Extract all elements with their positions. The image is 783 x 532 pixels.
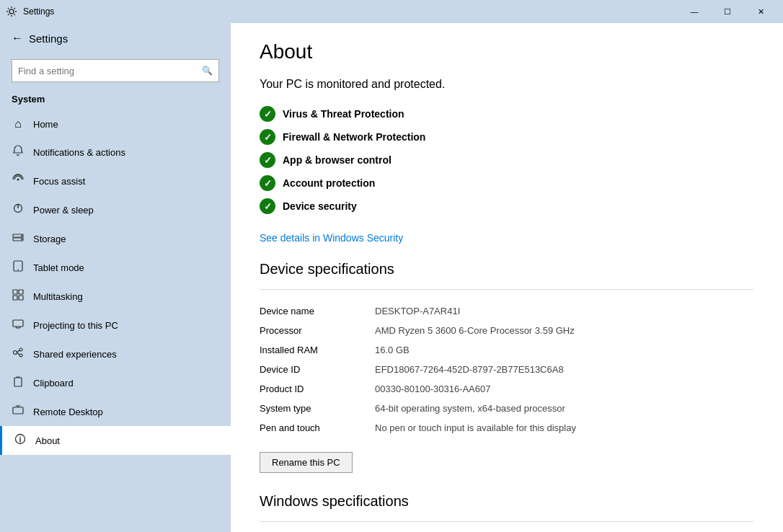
svg-rect-13 (13, 320, 23, 327)
home-icon: ⌂ (12, 118, 25, 130)
sidebar-item-projecting[interactable]: Projecting to this PC (0, 311, 231, 340)
spec-row: Device ID EFD18067-7264-452D-8797-2B77E5… (260, 360, 754, 379)
multitasking-icon (12, 289, 25, 303)
spec-row: Device name DESKTOP-A7AR41I (260, 301, 754, 321)
device-spec-heading: Device specifications (260, 261, 754, 278)
svg-point-20 (19, 436, 21, 438)
page-title: About (260, 40, 754, 63)
app-body: ← Settings 🔍 System ⌂ Home Notifications… (0, 23, 783, 532)
sidebar-item-label: Multitasking (33, 291, 83, 302)
clipboard-icon (12, 376, 25, 390)
spec-value-5: 64-bit operating system, x64-based proce… (375, 399, 754, 418)
sidebar-item-clipboard[interactable]: Clipboard (0, 368, 231, 397)
sidebar-item-notifications[interactable]: Notifications & actions (0, 138, 231, 167)
windows-spec-heading: Windows specifications (260, 493, 754, 510)
protection-item: App & browser control (260, 148, 754, 172)
sidebar-item-label: Remote Desktop (33, 407, 103, 417)
sidebar-item-remote[interactable]: Remote Desktop (0, 397, 231, 426)
spec-row: Processor AMD Ryzen 5 3600 6-Core Proces… (260, 321, 754, 340)
sidebar-item-label: Focus assist (33, 176, 85, 187)
svg-point-0 (9, 9, 14, 14)
svg-point-1 (17, 179, 19, 181)
divider-1 (260, 289, 754, 290)
spec-label-2: Installed RAM (260, 340, 375, 360)
sidebar-item-label: Home (33, 119, 58, 130)
close-button[interactable]: ✕ (744, 0, 777, 23)
svg-rect-9 (13, 290, 17, 294)
sidebar-item-label: About (35, 435, 60, 446)
protection-item: Firewall & Network Protection (260, 125, 754, 148)
spec-value-1: AMD Ryzen 5 3600 6-Core Processor 3.59 G… (375, 321, 754, 340)
divider-2 (260, 521, 754, 522)
protection-list: Virus & Threat Protection Firewall & Net… (260, 102, 754, 218)
svg-point-5 (21, 235, 22, 236)
main-content: About Your PC is monitored and protected… (231, 23, 783, 532)
search-box[interactable]: 🔍 (12, 59, 219, 82)
sidebar-item-about[interactable]: About (0, 426, 231, 455)
window-controls: — ☐ ✕ (678, 0, 777, 23)
search-input[interactable] (18, 66, 198, 76)
sidebar-item-focus[interactable]: Focus assist (0, 167, 231, 195)
settings-icon (6, 6, 17, 17)
sidebar-app-title: Settings (29, 32, 68, 45)
sidebar-item-shared[interactable]: Shared experiences (0, 340, 231, 368)
spec-label-1: Processor (260, 321, 375, 340)
focus-icon (12, 174, 25, 188)
shared-icon (12, 347, 25, 361)
about-icon (14, 433, 27, 448)
notifications-icon (12, 145, 25, 159)
search-icon: 🔍 (202, 66, 213, 76)
spec-row: Installed RAM 16.0 GB (260, 340, 754, 360)
protection-label-4: Device security (283, 200, 357, 212)
minimize-button[interactable]: — (678, 0, 711, 23)
sidebar-item-home[interactable]: ⌂ Home (0, 110, 231, 138)
sidebar-item-label: Storage (33, 234, 66, 244)
check-icon-0 (260, 106, 275, 122)
titlebar: Settings — ☐ ✕ (0, 0, 783, 23)
spec-value-3: EFD18067-7264-452D-8797-2B77E513C6A8 (375, 360, 754, 379)
svg-rect-12 (19, 296, 23, 300)
svg-rect-11 (13, 296, 17, 300)
sidebar-item-label: Tablet mode (33, 262, 84, 273)
check-icon-2 (260, 152, 275, 168)
sidebar: ← Settings 🔍 System ⌂ Home Notifications… (0, 23, 231, 532)
sidebar-item-label: Power & sleep (33, 205, 94, 216)
device-spec-table: Device name DESKTOP-A7AR41I Processor AM… (260, 301, 754, 438)
spec-label-6: Pen and touch (260, 418, 375, 438)
sidebar-item-label: Clipboard (33, 378, 74, 389)
maximize-button[interactable]: ☐ (711, 0, 744, 23)
remote-icon (12, 404, 25, 419)
app-title: Settings (23, 6, 678, 17)
back-icon: ← (12, 32, 23, 45)
sidebar-item-multitasking[interactable]: Multitasking (0, 282, 231, 311)
svg-rect-17 (14, 378, 22, 386)
rename-pc-button[interactable]: Rename this PC (260, 452, 353, 473)
spec-row: Product ID 00330-80100-30316-AA607 (260, 379, 754, 399)
protection-label-2: App & browser control (283, 154, 392, 166)
protection-item: Account protection (260, 172, 754, 195)
spec-value-6: No pen or touch input is available for t… (375, 418, 754, 438)
spec-value-4: 00330-80100-30316-AA607 (375, 379, 754, 399)
sidebar-item-tablet[interactable]: Tablet mode (0, 253, 231, 282)
spec-label-0: Device name (260, 301, 375, 321)
sidebar-item-label: Shared experiences (33, 349, 117, 360)
check-icon-3 (260, 175, 275, 191)
check-icon-1 (260, 129, 275, 145)
svg-rect-10 (19, 290, 23, 294)
svg-point-8 (17, 269, 19, 270)
protection-item: Device security (260, 195, 754, 218)
storage-icon (12, 231, 25, 246)
spec-value-2: 16.0 GB (375, 340, 754, 360)
svg-rect-18 (13, 407, 23, 414)
svg-point-15 (19, 348, 22, 351)
power-icon (12, 203, 25, 217)
spec-row: System type 64-bit operating system, x64… (260, 399, 754, 418)
spec-label-4: Product ID (260, 379, 375, 399)
sidebar-item-storage[interactable]: Storage (0, 224, 231, 253)
sidebar-item-power[interactable]: Power & sleep (0, 195, 231, 224)
spec-label-3: Device ID (260, 360, 375, 379)
security-link[interactable]: See details in Windows Security (260, 232, 403, 244)
spec-row: Pen and touch No pen or touch input is a… (260, 418, 754, 438)
protection-label-1: Firewall & Network Protection (283, 131, 425, 143)
back-button[interactable]: ← Settings (0, 23, 231, 53)
